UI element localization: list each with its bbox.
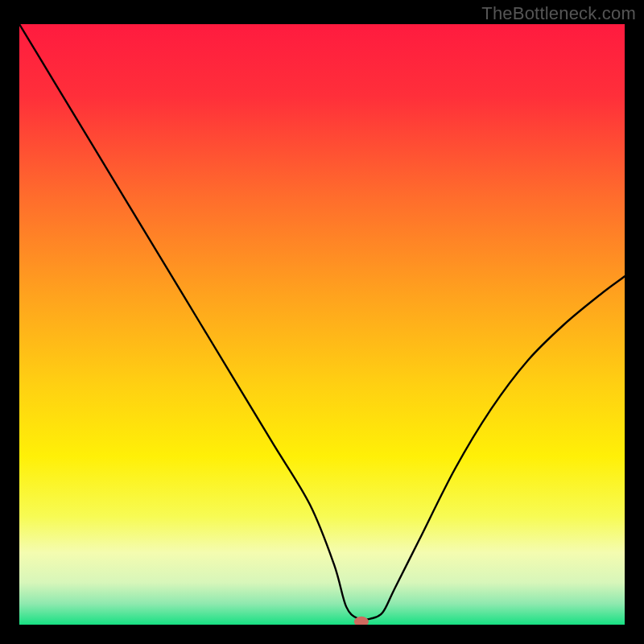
plot-area: [19, 24, 625, 625]
chart-frame: TheBottleneck.com: [0, 0, 644, 644]
bottleneck-chart: [19, 24, 625, 625]
watermark-text: TheBottleneck.com: [481, 3, 636, 24]
